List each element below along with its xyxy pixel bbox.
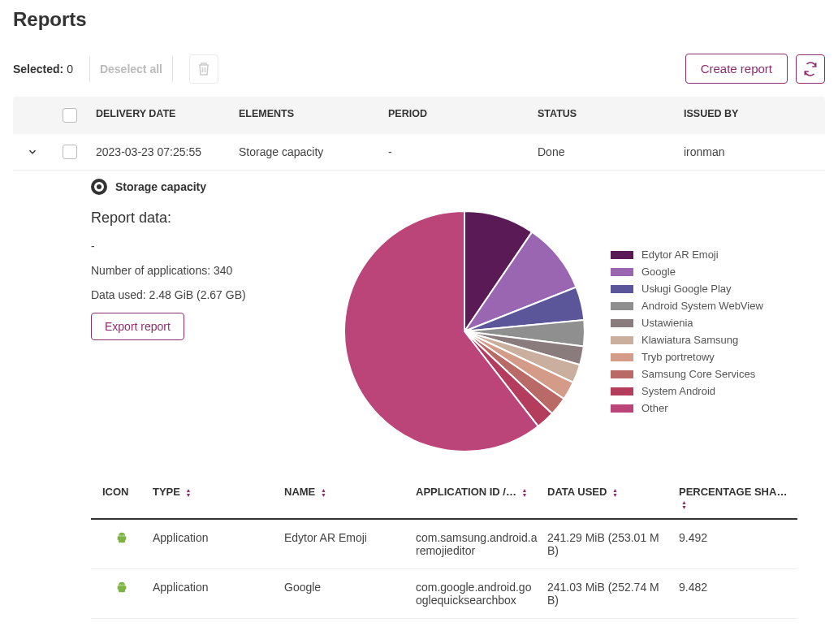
legend-swatch xyxy=(611,404,633,413)
toolbar: Selected: 0 Deselect all Create report xyxy=(13,54,825,84)
legend-swatch xyxy=(611,251,633,259)
page-title: Reports xyxy=(13,8,825,31)
export-report-button[interactable]: Export report xyxy=(91,313,184,340)
report-data-apps: Number of applications: 340 xyxy=(91,264,318,277)
header-delivery-date[interactable]: DELIVERY DATE xyxy=(88,108,239,123)
legend-label: Other xyxy=(641,402,668,414)
select-all-checkbox[interactable] xyxy=(63,108,77,123)
legend-item[interactable]: System Android xyxy=(611,385,763,397)
legend-label: Edytor AR Emoji xyxy=(641,249,719,261)
cell-type: Application xyxy=(153,531,284,544)
delete-button[interactable] xyxy=(189,54,218,84)
cell-data-used: 241.29 MiB (253.01 MB) xyxy=(547,531,679,557)
create-report-button[interactable]: Create report xyxy=(685,54,788,84)
android-icon xyxy=(115,581,128,595)
legend-label: System Android xyxy=(641,385,715,397)
legend-label: Tryb portretowy xyxy=(641,351,715,363)
legend-item[interactable]: Google xyxy=(611,266,763,278)
data-row[interactable]: Application Edytor AR Emoji com.samsung.… xyxy=(91,520,797,569)
header-name[interactable]: NAME ▲▼ xyxy=(284,486,416,510)
legend-label: Google xyxy=(641,266,676,278)
chart-legend: Edytor AR EmojiGoogleUsługi Google PlayA… xyxy=(611,249,763,414)
legend-swatch xyxy=(611,387,633,395)
legend-swatch xyxy=(611,319,633,327)
cell-name: Edytor AR Emoji xyxy=(284,531,416,544)
chevron-down-icon xyxy=(27,146,38,158)
legend-swatch xyxy=(611,370,633,378)
table-row[interactable]: 2023-03-23 07:25:55 Storage capacity - D… xyxy=(13,134,825,171)
refresh-button[interactable] xyxy=(796,54,825,84)
legend-swatch xyxy=(611,285,633,293)
legend-swatch xyxy=(611,302,633,310)
table-header: DELIVERY DATE ELEMENTS PERIOD STATUS ISS… xyxy=(13,97,825,134)
cell-percentage: 9.492 xyxy=(679,531,793,544)
refresh-icon xyxy=(803,62,818,76)
trash-icon xyxy=(197,62,210,76)
report-data-dash: - xyxy=(91,240,318,253)
legend-item[interactable]: Usługi Google Play xyxy=(611,283,763,295)
cell-name: Google xyxy=(284,581,416,594)
expand-toggle[interactable] xyxy=(13,146,52,158)
header-app-id[interactable]: APPLICATION ID /… ▲▼ xyxy=(416,486,547,510)
cell-app-id: com.samsung.android.aremojieditor xyxy=(416,531,547,557)
legend-item[interactable]: Other xyxy=(611,402,763,414)
expanded-panel: Storage capacity Report data: - Number o… xyxy=(13,171,825,619)
legend-swatch xyxy=(611,336,633,344)
header-period[interactable]: PERIOD xyxy=(388,108,538,123)
sort-icon: ▲▼ xyxy=(612,488,618,498)
cell-status: Done xyxy=(538,145,684,158)
cell-elements: Storage capacity xyxy=(239,145,388,158)
legend-item[interactable]: Tryb portretowy xyxy=(611,351,763,363)
sort-icon: ▲▼ xyxy=(186,488,192,498)
pie-chart xyxy=(343,210,586,453)
cell-percentage: 9.482 xyxy=(679,581,793,594)
legend-swatch xyxy=(611,353,633,361)
legend-label: Samsung Core Services xyxy=(641,368,755,380)
header-percentage[interactable]: PERCENTAGE SHA… ▲▼ xyxy=(679,486,793,510)
header-issued-by[interactable]: ISSUED BY xyxy=(684,108,822,123)
cell-app-id: com.google.android.googlequicksearchbox xyxy=(416,581,547,607)
cell-data-used: 241.03 MiB (252.74 MB) xyxy=(547,581,679,607)
header-elements[interactable]: ELEMENTS xyxy=(239,108,388,123)
header-icon[interactable]: ICON xyxy=(91,486,153,510)
storage-radio[interactable] xyxy=(91,179,107,195)
cell-period: - xyxy=(388,145,538,158)
legend-label: Klawiatura Samsung xyxy=(641,334,738,346)
cell-issued-by: ironman xyxy=(684,145,822,158)
cell-delivery-date: 2023-03-23 07:25:55 xyxy=(88,145,239,158)
row-checkbox[interactable] xyxy=(63,145,77,159)
cell-type: Application xyxy=(153,581,284,594)
report-data-title: Report data: xyxy=(91,210,318,227)
sort-icon: ▲▼ xyxy=(681,500,687,510)
data-row[interactable]: Application Google com.google.android.go… xyxy=(91,569,797,619)
report-data-used: Data used: 2.48 GiB (2.67 GB) xyxy=(91,288,318,301)
sort-icon: ▲▼ xyxy=(321,488,326,498)
app-icon xyxy=(91,531,153,546)
legend-item[interactable]: Ustawienia xyxy=(611,317,763,329)
legend-item[interactable]: Samsung Core Services xyxy=(611,368,763,380)
legend-swatch xyxy=(611,268,633,276)
legend-item[interactable]: Klawiatura Samsung xyxy=(611,334,763,346)
legend-label: Ustawienia xyxy=(641,317,693,329)
selected-count: Selected: 0 xyxy=(13,63,73,76)
storage-radio-label: Storage capacity xyxy=(115,180,206,193)
legend-label: Android System WebView xyxy=(641,300,763,312)
data-table-header: ICON TYPE ▲▼ NAME ▲▼ APPLICATION ID /… ▲… xyxy=(91,478,797,520)
sort-icon: ▲▼ xyxy=(522,488,528,498)
header-type[interactable]: TYPE ▲▼ xyxy=(153,486,284,510)
legend-item[interactable]: Android System WebView xyxy=(611,300,763,312)
android-icon xyxy=(115,531,128,546)
legend-item[interactable]: Edytor AR Emoji xyxy=(611,249,763,261)
app-icon xyxy=(91,581,153,595)
header-data-used[interactable]: DATA USED ▲▼ xyxy=(547,486,679,510)
header-status[interactable]: STATUS xyxy=(538,108,684,123)
legend-label: Usługi Google Play xyxy=(641,283,732,295)
deselect-all-button[interactable]: Deselect all xyxy=(89,56,173,82)
